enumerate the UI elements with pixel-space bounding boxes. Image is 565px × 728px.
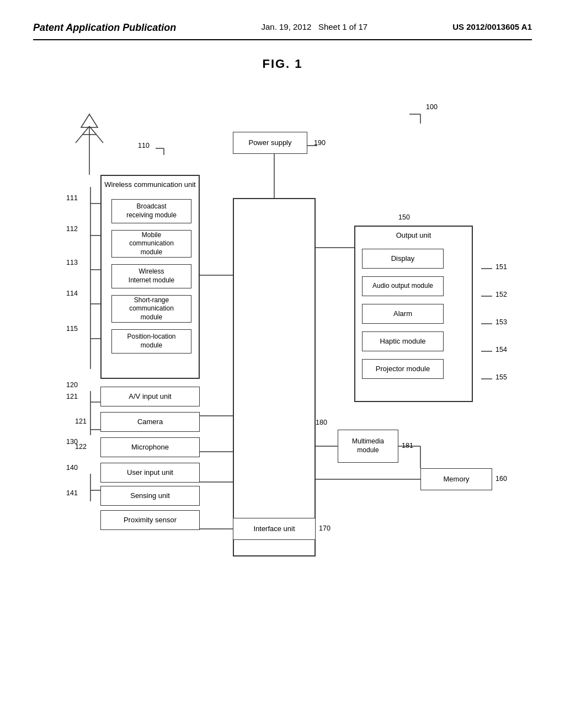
controller-box: Controller <box>233 198 316 556</box>
ref-130: 130 <box>66 438 78 446</box>
audio-output-label: Audio output module <box>372 282 433 291</box>
interface-unit-box: Interface unit <box>233 518 316 540</box>
ref-150: 150 <box>398 213 410 221</box>
wireless-internet-box: Wireless Internet module <box>111 264 191 288</box>
wireless-internet-label: Wireless Internet module <box>129 267 174 285</box>
ref-120: 120 <box>66 381 78 389</box>
sensing-unit-label: Sensing unit <box>130 491 170 501</box>
haptic-box: Haptic module <box>362 331 444 351</box>
ref-140: 140 <box>66 464 78 472</box>
svg-line-1 <box>76 126 89 143</box>
power-supply-label: Power supply <box>248 138 291 148</box>
memory-label: Memory <box>444 475 470 484</box>
ref-141: 141 <box>66 489 78 497</box>
ref-170: 170 <box>319 524 331 532</box>
ref-113: 113 <box>66 259 78 266</box>
ref-110: 110 <box>138 142 150 149</box>
camera-box: Camera <box>100 412 200 432</box>
position-location-label: Position-location module <box>127 333 175 350</box>
diagram: 100 110 Wireless communication unit Broa… <box>45 93 520 617</box>
av-input-box: A/V input unit <box>100 387 200 406</box>
sensing-unit-box: Sensing unit <box>100 486 200 506</box>
ref-190: 190 <box>314 139 326 147</box>
output-unit-box: Output unit Display Audio output module … <box>354 226 473 402</box>
haptic-label: Haptic module <box>380 337 425 346</box>
short-range-box: Short-range communication module <box>111 295 191 323</box>
short-range-label: Short-range communication module <box>129 296 174 322</box>
multimedia-box: Multimedia module <box>338 430 398 463</box>
alarm-label: Alarm <box>393 309 412 319</box>
display-box: Display <box>362 249 444 269</box>
svg-marker-4 <box>81 114 98 127</box>
memory-box: Memory <box>420 468 492 490</box>
ref-160: 160 <box>495 475 507 483</box>
broadcast-module-label: Broadcast receiving module <box>126 202 177 220</box>
page: Patent Application Publication Jan. 19, … <box>0 0 565 728</box>
user-input-box: User input unit <box>100 463 200 483</box>
proximity-sensor-label: Proximity sensor <box>124 516 177 525</box>
output-unit-label: Output unit <box>355 231 472 240</box>
ref-121: 121 <box>66 393 78 400</box>
wireless-comm-unit-box: Wireless communication unit Broadcast re… <box>100 175 200 379</box>
ref-151: 151 <box>495 263 507 271</box>
position-location-box: Position-location module <box>111 329 191 354</box>
projector-label: Projector module <box>376 365 430 374</box>
microphone-label: Microphone <box>131 443 169 452</box>
audio-output-box: Audio output module <box>362 276 444 296</box>
ref-154: 154 <box>495 346 507 354</box>
display-label: Display <box>391 254 415 264</box>
proximity-sensor-box: Proximity sensor <box>100 510 200 530</box>
alarm-box: Alarm <box>362 304 444 324</box>
ref-153: 153 <box>495 318 507 326</box>
ref-121-label: 121 <box>75 417 87 425</box>
interface-unit-label: Interface unit <box>253 524 295 534</box>
figure-title: FIG. 1 <box>33 57 532 71</box>
ref-112: 112 <box>66 225 78 233</box>
microphone-box: Microphone <box>100 437 200 457</box>
projector-box: Projector module <box>362 359 444 379</box>
ref-111: 111 <box>66 194 78 202</box>
ref-100: 100 <box>426 103 438 111</box>
ref-180: 180 <box>316 419 327 426</box>
wireless-comm-unit-label: Wireless communication unit <box>102 180 199 190</box>
multimedia-label: Multimedia module <box>352 437 384 454</box>
power-supply-box: Power supply <box>233 132 307 154</box>
ref-115: 115 <box>66 325 78 333</box>
mobile-comm-label: Mobile communication module <box>129 231 174 257</box>
av-input-label: A/V input unit <box>129 392 171 402</box>
ref-152: 152 <box>495 291 507 298</box>
header-date: Jan. 19, 2012 Sheet 1 of 17 <box>261 22 367 31</box>
header: Patent Application Publication Jan. 19, … <box>33 22 532 40</box>
svg-line-2 <box>89 126 103 143</box>
ref-155: 155 <box>495 373 507 381</box>
mobile-comm-box: Mobile communication module <box>111 230 191 258</box>
broadcast-module-box: Broadcast receiving module <box>111 199 191 223</box>
ref-114: 114 <box>66 290 78 297</box>
user-input-label: User input unit <box>127 468 173 478</box>
publication-title: Patent Application Publication <box>33 22 176 34</box>
ref-181: 181 <box>402 442 413 449</box>
camera-label: Camera <box>137 417 163 427</box>
patent-number: US 2012/0013605 A1 <box>452 22 532 31</box>
